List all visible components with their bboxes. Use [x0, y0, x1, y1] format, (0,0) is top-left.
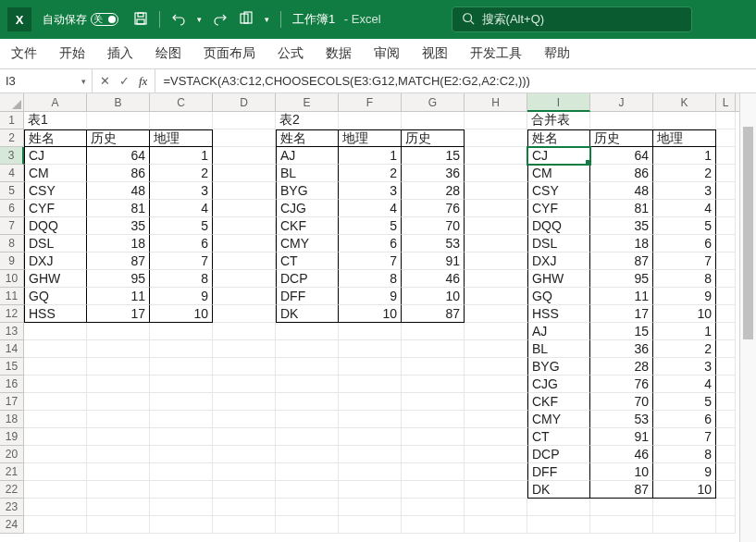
cell[interactable]: 18 — [87, 235, 150, 253]
cell[interactable]: GQ — [527, 288, 590, 305]
row-header[interactable]: 11 — [0, 288, 24, 305]
cell[interactable] — [465, 481, 527, 499]
cell[interactable] — [87, 340, 150, 358]
cell[interactable] — [213, 463, 276, 481]
cell[interactable] — [87, 376, 150, 393]
cell[interactable] — [716, 147, 736, 165]
cell[interactable] — [465, 235, 527, 253]
cell[interactable] — [276, 358, 339, 376]
cell[interactable] — [276, 411, 339, 428]
cell[interactable] — [465, 376, 527, 393]
cell[interactable] — [276, 376, 339, 393]
cell[interactable] — [87, 323, 150, 340]
cell[interactable] — [150, 340, 213, 358]
cell[interactable]: CMY — [527, 411, 590, 428]
cell[interactable] — [213, 393, 276, 411]
cell[interactable]: DFF — [527, 463, 590, 481]
cell[interactable]: 35 — [590, 217, 653, 235]
cell[interactable] — [590, 112, 653, 129]
cell[interactable] — [213, 305, 276, 323]
cell[interactable] — [465, 253, 527, 270]
cell[interactable]: 7 — [150, 253, 213, 270]
cancel-formula-icon[interactable]: ✕ — [100, 74, 110, 88]
cell[interactable]: 53 — [402, 235, 465, 253]
cell[interactable]: 76 — [590, 376, 653, 393]
cell[interactable] — [465, 112, 527, 129]
cell[interactable]: DCP — [276, 270, 339, 288]
cell[interactable] — [213, 165, 276, 182]
ribbon-tab-数据[interactable]: 数据 — [326, 42, 352, 66]
row-header[interactable]: 17 — [0, 393, 24, 411]
cell[interactable]: DSL — [24, 235, 87, 253]
cell[interactable] — [213, 112, 276, 129]
cell[interactable]: 10 — [653, 481, 716, 499]
cell[interactable]: BL — [527, 340, 590, 358]
cell[interactable] — [213, 235, 276, 253]
cell[interactable] — [24, 323, 87, 340]
cell[interactable]: HSS — [527, 305, 590, 323]
row-header[interactable]: 3 — [0, 147, 24, 165]
cell[interactable] — [465, 446, 527, 463]
cell[interactable] — [716, 270, 736, 288]
cell[interactable] — [213, 340, 276, 358]
cell[interactable]: 6 — [653, 411, 716, 428]
cell[interactable] — [24, 358, 87, 376]
cell[interactable] — [213, 217, 276, 235]
cell[interactable] — [465, 463, 527, 481]
cell[interactable] — [213, 411, 276, 428]
cell[interactable]: 5 — [150, 217, 213, 235]
cell[interactable] — [213, 446, 276, 463]
cell[interactable]: 6 — [653, 235, 716, 253]
cell[interactable] — [653, 499, 716, 516]
cell[interactable] — [150, 112, 213, 129]
cell[interactable]: CJG — [276, 200, 339, 217]
cell[interactable]: 2 — [150, 165, 213, 182]
cell[interactable]: 表2 — [276, 112, 339, 129]
cell[interactable]: 17 — [590, 305, 653, 323]
row-header[interactable]: 13 — [0, 323, 24, 340]
cell[interactable]: CJ — [24, 147, 87, 165]
cell[interactable] — [87, 112, 150, 129]
column-header[interactable]: C — [150, 93, 213, 111]
cell[interactable] — [213, 129, 276, 147]
cell[interactable]: 10 — [653, 305, 716, 323]
cell[interactable] — [716, 200, 736, 217]
cell[interactable]: 70 — [402, 217, 465, 235]
cell[interactable] — [402, 323, 465, 340]
cell[interactable] — [150, 499, 213, 516]
cell[interactable] — [150, 323, 213, 340]
cell[interactable]: 姓名 — [24, 129, 87, 147]
row-header[interactable]: 2 — [0, 129, 24, 147]
cell[interactable]: 36 — [590, 340, 653, 358]
row-header[interactable]: 22 — [0, 481, 24, 499]
cell[interactable]: GQ — [24, 288, 87, 305]
cell[interactable] — [402, 340, 465, 358]
cell[interactable] — [87, 411, 150, 428]
row-header[interactable]: 16 — [0, 376, 24, 393]
cell[interactable] — [716, 305, 736, 323]
cell[interactable]: 历史 — [402, 129, 465, 147]
chevron-down-icon[interactable]: ▾ — [81, 77, 86, 86]
cell[interactable]: CYF — [527, 200, 590, 217]
cell[interactable] — [276, 340, 339, 358]
cell[interactable]: 87 — [590, 481, 653, 499]
cell[interactable] — [402, 516, 465, 534]
cell[interactable] — [339, 340, 402, 358]
cell[interactable]: 1 — [339, 147, 402, 165]
cell[interactable] — [87, 481, 150, 499]
row-header[interactable]: 23 — [0, 499, 24, 516]
cell[interactable]: 15 — [402, 147, 465, 165]
ribbon-tab-文件[interactable]: 文件 — [11, 42, 37, 66]
cell[interactable]: CSY — [24, 182, 87, 200]
cell[interactable] — [213, 428, 276, 446]
column-header[interactable]: F — [339, 93, 402, 111]
cell[interactable]: 91 — [402, 253, 465, 270]
cell[interactable] — [213, 516, 276, 534]
cell[interactable] — [716, 499, 736, 516]
cell[interactable]: 9 — [339, 288, 402, 305]
cell[interactable]: 10 — [402, 288, 465, 305]
cell[interactable] — [716, 358, 736, 376]
cell[interactable] — [716, 323, 736, 340]
cell[interactable] — [276, 393, 339, 411]
cell[interactable]: CYF — [24, 200, 87, 217]
